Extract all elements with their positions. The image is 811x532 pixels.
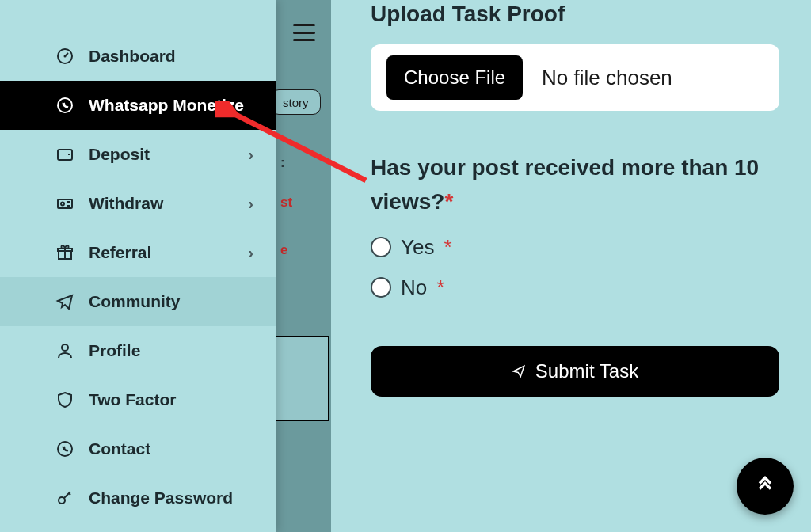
whatsapp-icon <box>55 96 74 115</box>
wallet-icon <box>55 145 74 164</box>
chevron-right-icon: › <box>248 146 253 164</box>
required-asterisk: * <box>444 189 453 214</box>
sidebar-item-whatsapp-monetize[interactable]: Whatsapp Monetize <box>0 81 276 130</box>
gift-icon <box>55 243 74 262</box>
sidebar-item-referral[interactable]: Referral › <box>0 228 276 277</box>
choose-file-button[interactable]: Choose File <box>386 55 523 100</box>
sidebar-item-label: Two Factor <box>89 390 253 409</box>
chevron-right-icon: › <box>248 244 253 262</box>
user-icon <box>55 341 74 360</box>
history-pill[interactable]: story <box>271 89 321 115</box>
background-scrim: story : st e <box>276 0 331 532</box>
submit-label: Submit Task <box>535 360 638 382</box>
file-status-text: No file chosen <box>542 66 672 90</box>
sidebar-item-label: Profile <box>89 341 253 360</box>
question-views: Has your post received more than 10 view… <box>371 150 779 219</box>
dashboard-icon <box>55 47 74 66</box>
question-text: Has your post received more than 10 view… <box>371 155 759 214</box>
obscured-text: st <box>280 195 292 211</box>
file-upload-control[interactable]: Choose File No file chosen <box>371 44 779 111</box>
withdraw-icon <box>55 194 74 213</box>
sidebar-item-two-factor[interactable]: Two Factor <box>0 375 276 424</box>
chevron-right-icon: › <box>248 195 253 213</box>
sidebar-item-label: Dashboard <box>89 47 253 66</box>
radio-label: Yes <box>401 235 434 260</box>
radio-option-no[interactable]: No* <box>371 276 779 300</box>
sidebar-item-label: Withdraw <box>89 194 248 213</box>
shield-icon <box>55 390 74 409</box>
svg-point-5 <box>61 203 64 206</box>
scroll-to-top-button[interactable] <box>737 458 794 515</box>
upload-section-title: Upload Task Proof <box>371 2 779 27</box>
sidebar-item-label: Change Password <box>89 488 253 507</box>
obscured-box <box>271 336 329 421</box>
required-asterisk: * <box>436 276 444 300</box>
key-icon <box>55 488 74 507</box>
sidebar-item-community[interactable]: Community <box>0 277 276 326</box>
radio-icon <box>371 237 391 257</box>
sidebar-item-change-password[interactable]: Change Password <box>0 473 276 522</box>
main-content: Upload Task Proof Choose File No file ch… <box>331 0 811 532</box>
send-icon <box>512 364 526 378</box>
sidebar: Dashboard Whatsapp Monetize Deposit › Wi… <box>0 0 276 532</box>
sidebar-item-dashboard[interactable]: Dashboard <box>0 32 276 81</box>
sidebar-item-label: Whatsapp Monetize <box>89 96 253 115</box>
obscured-text: e <box>280 242 287 258</box>
radio-icon <box>371 277 391 298</box>
svg-point-1 <box>64 55 67 58</box>
sidebar-item-deposit[interactable]: Deposit › <box>0 130 276 179</box>
sidebar-item-label: Contact <box>89 439 253 458</box>
svg-point-10 <box>59 497 65 504</box>
sidebar-item-withdraw[interactable]: Withdraw › <box>0 179 276 228</box>
required-asterisk: * <box>444 235 451 260</box>
hamburger-menu-button[interactable] <box>293 24 315 41</box>
sidebar-item-label: Referral <box>89 243 248 262</box>
sidebar-item-label: Community <box>89 292 253 311</box>
whatsapp-icon <box>55 439 74 458</box>
sidebar-item-profile[interactable]: Profile <box>0 326 276 375</box>
telegram-icon <box>55 292 74 311</box>
svg-point-8 <box>62 344 68 351</box>
submit-task-button[interactable]: Submit Task <box>371 346 779 397</box>
sidebar-item-contact[interactable]: Contact <box>0 424 276 473</box>
radio-option-yes[interactable]: Yes* <box>371 235 779 260</box>
sidebar-item-label: Deposit <box>89 145 248 164</box>
chevrons-up-icon <box>754 475 776 497</box>
radio-label: No <box>401 276 427 300</box>
obscured-text: : <box>280 155 285 171</box>
